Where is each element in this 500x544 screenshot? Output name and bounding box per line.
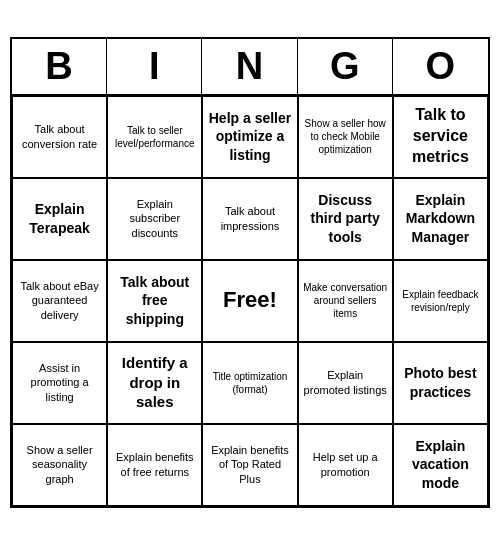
bingo-cell[interactable]: Talk about conversion rate	[12, 96, 107, 178]
bingo-cell[interactable]: Explain Markdown Manager	[393, 178, 488, 260]
bingo-cell[interactable]: Talk to seller level/performance	[107, 96, 202, 178]
header-letter: B	[12, 39, 107, 94]
bingo-header: BINGO	[12, 39, 488, 96]
bingo-cell[interactable]: Photo best practices	[393, 342, 488, 424]
bingo-cell[interactable]: Explain feedback revision/reply	[393, 260, 488, 342]
bingo-cell[interactable]: Explain vacation mode	[393, 424, 488, 506]
bingo-cell[interactable]: Talk to service metrics	[393, 96, 488, 178]
bingo-cell[interactable]: Talk about impressions	[202, 178, 297, 260]
bingo-card: BINGO Talk about conversion rateTalk to …	[10, 37, 490, 508]
bingo-cell[interactable]: Explain Terapeak	[12, 178, 107, 260]
bingo-cell[interactable]: Free!	[202, 260, 297, 342]
header-letter: O	[393, 39, 488, 94]
bingo-cell[interactable]: Explain benefits of Top Rated Plus	[202, 424, 297, 506]
bingo-cell[interactable]: Explain promoted listings	[298, 342, 393, 424]
bingo-cell[interactable]: Help set up a promotion	[298, 424, 393, 506]
bingo-cell[interactable]: Show a seller how to check Mobile optimi…	[298, 96, 393, 178]
header-letter: I	[107, 39, 202, 94]
header-letter: N	[202, 39, 297, 94]
bingo-cell[interactable]: Explain subscriber discounts	[107, 178, 202, 260]
bingo-cell[interactable]: Show a seller seasonality graph	[12, 424, 107, 506]
bingo-cell[interactable]: Talk about free shipping	[107, 260, 202, 342]
bingo-cell[interactable]: Talk about eBay guaranteed delivery	[12, 260, 107, 342]
bingo-grid: Talk about conversion rateTalk to seller…	[12, 96, 488, 506]
bingo-cell[interactable]: Make conversation around sellers items	[298, 260, 393, 342]
bingo-cell[interactable]: Assist in promoting a listing	[12, 342, 107, 424]
bingo-cell[interactable]: Identify a drop in sales	[107, 342, 202, 424]
bingo-cell[interactable]: Explain benefits of free returns	[107, 424, 202, 506]
bingo-cell[interactable]: Discuss third party tools	[298, 178, 393, 260]
bingo-cell[interactable]: Help a seller optimize a listing	[202, 96, 297, 178]
bingo-cell[interactable]: Title optimization (format)	[202, 342, 297, 424]
header-letter: G	[298, 39, 393, 94]
